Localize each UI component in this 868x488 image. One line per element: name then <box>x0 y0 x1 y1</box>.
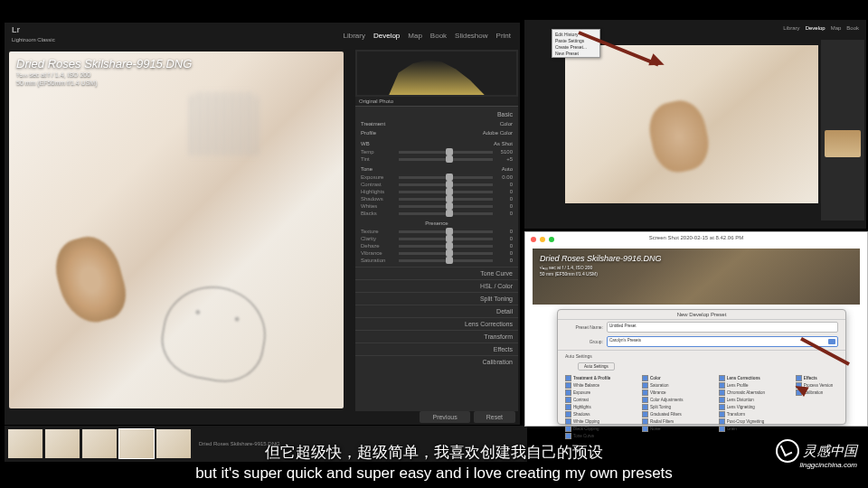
auto-button[interactable]: Auto <box>502 166 513 172</box>
preset-option[interactable]: Tone Curve <box>565 432 637 439</box>
preset-option[interactable]: Grain <box>719 425 790 432</box>
module-slideshow[interactable]: Slideshow <box>455 32 487 40</box>
slider-thumb[interactable] <box>446 181 453 188</box>
checkbox-icon[interactable] <box>642 418 648 425</box>
checkbox-icon[interactable] <box>642 382 648 389</box>
maximize-icon[interactable] <box>549 237 554 242</box>
checkbox-icon[interactable] <box>642 411 648 418</box>
panel-hsl[interactable]: HSL / Color <box>355 279 518 292</box>
preset-option[interactable]: White Clipping <box>565 418 637 425</box>
slider-thumb[interactable] <box>446 228 453 235</box>
preset-option[interactable]: Black Clipping <box>565 425 637 432</box>
panel-transform[interactable]: Transform <box>355 330 518 343</box>
slider-thumb[interactable] <box>446 148 453 155</box>
checkbox-icon[interactable] <box>565 433 571 439</box>
slider-thumb[interactable] <box>446 188 453 195</box>
histogram[interactable] <box>357 52 516 95</box>
checkbox-icon[interactable] <box>565 404 571 410</box>
checkbox-icon[interactable] <box>719 411 725 418</box>
basic-header[interactable]: Basic <box>361 109 513 119</box>
slider-track[interactable] <box>399 252 493 255</box>
module-print[interactable]: Print <box>496 32 511 40</box>
slider-thumb[interactable] <box>446 249 453 257</box>
slider-track[interactable] <box>399 245 493 248</box>
preset-option[interactable]: Chromatic Aberration <box>719 389 790 396</box>
wb-value[interactable]: As Shot <box>494 141 513 146</box>
module-map[interactable]: Map <box>408 32 422 40</box>
checkbox-icon[interactable] <box>719 389 725 396</box>
panel-detail[interactable]: Detail <box>355 305 518 317</box>
preset-option[interactable]: Noise <box>642 425 713 432</box>
checkbox-icon[interactable] <box>565 397 571 403</box>
whites-slider[interactable]: Whites0 <box>361 202 513 210</box>
slider-track[interactable] <box>399 176 493 179</box>
slider-track[interactable] <box>399 259 493 262</box>
preset-option[interactable]: Shadows <box>565 410 637 418</box>
preset-option[interactable]: Contrast <box>565 396 637 403</box>
slider-thumb[interactable] <box>446 195 453 202</box>
tint-slider[interactable]: Tint+5 <box>361 155 513 163</box>
slider-track[interactable] <box>399 230 493 233</box>
module-library[interactable]: Library <box>343 32 364 40</box>
shadows-slider[interactable]: Shadows0 <box>361 195 513 202</box>
checkbox-icon[interactable] <box>719 382 725 389</box>
preset-option[interactable]: Lens Vignetting <box>719 403 790 410</box>
checkbox-icon[interactable] <box>565 389 571 396</box>
slider-thumb[interactable] <box>446 210 453 217</box>
checkbox-icon[interactable] <box>719 397 725 403</box>
contrast-slider[interactable]: Contrast0 <box>361 181 513 188</box>
module-book-2[interactable]: Book <box>846 25 859 31</box>
module-develop[interactable]: Develop <box>373 32 400 40</box>
preset-option[interactable]: Lens Distortion <box>719 396 790 403</box>
checkbox-icon[interactable] <box>565 418 571 425</box>
module-book[interactable]: Book <box>430 32 447 40</box>
panel-split-toning[interactable]: Split Toning <box>355 292 518 305</box>
checkbox-icon[interactable] <box>565 382 571 389</box>
checkbox-icon[interactable] <box>642 404 648 410</box>
checkbox-icon[interactable] <box>565 375 571 381</box>
slider-track[interactable] <box>399 205 493 208</box>
blacks-slider[interactable]: Blacks0 <box>361 210 513 217</box>
preset-option[interactable]: Lens Profile <box>719 381 790 389</box>
clarity-slider[interactable]: Clarity0 <box>361 235 513 242</box>
panel-lens-corrections[interactable]: Lens Corrections <box>355 317 518 330</box>
checkbox-icon[interactable] <box>642 397 648 403</box>
treatment-value[interactable]: Color <box>500 121 513 127</box>
slider-track[interactable] <box>399 191 493 193</box>
module-develop-2[interactable]: Develop <box>806 25 826 31</box>
checkbox-icon[interactable] <box>719 418 725 425</box>
slider-track[interactable] <box>399 212 493 215</box>
slider-track[interactable] <box>399 183 493 186</box>
module-map-2[interactable]: Map <box>831 25 842 31</box>
close-icon[interactable] <box>531 237 536 242</box>
temp-slider[interactable]: Temp5100 <box>361 148 513 155</box>
preset-name-input[interactable]: Untitled Preset <box>607 322 838 333</box>
dehaze-slider[interactable]: Dehaze0 <box>361 242 513 249</box>
preset-option[interactable]: Transform <box>719 410 790 418</box>
checkbox-icon[interactable] <box>719 426 725 432</box>
checkbox-icon[interactable] <box>642 375 648 381</box>
reset-button[interactable]: Reset <box>474 411 515 423</box>
minimize-icon[interactable] <box>540 237 545 242</box>
checkbox-icon[interactable] <box>565 411 571 418</box>
preset-option[interactable]: Split Toning <box>642 403 713 410</box>
preset-option[interactable]: Exposure <box>565 389 637 396</box>
preset-option[interactable]: Highlights <box>565 403 637 410</box>
preset-option[interactable]: Graduated Filters <box>642 410 713 418</box>
profile-value[interactable]: Adobe Color <box>483 130 513 136</box>
main-photo-canvas[interactable]: Dried Roses Skilshare-9915.DNG ¹⁄₂₀₀ sec… <box>9 52 344 408</box>
exposure-slider[interactable]: Exposure0.00 <box>361 174 513 181</box>
preset-option[interactable]: Saturation <box>642 381 713 389</box>
checkbox-icon[interactable] <box>719 404 725 410</box>
checkbox-icon[interactable] <box>642 389 648 396</box>
slider-thumb[interactable] <box>446 155 453 163</box>
secondary-photo-canvas[interactable] <box>565 45 818 203</box>
slider-thumb[interactable] <box>446 242 453 249</box>
preset-option[interactable]: Radial Filters <box>642 418 713 425</box>
panel-effects[interactable]: Effects <box>355 343 518 355</box>
preset-option[interactable]: Color Adjustments <box>642 396 713 403</box>
checkbox-icon[interactable] <box>642 426 648 432</box>
preset-option[interactable]: Post-Crop Vignetting <box>719 418 790 425</box>
slider-track[interactable] <box>399 151 493 154</box>
panel-tone-curve[interactable]: Tone Curve <box>355 267 518 279</box>
